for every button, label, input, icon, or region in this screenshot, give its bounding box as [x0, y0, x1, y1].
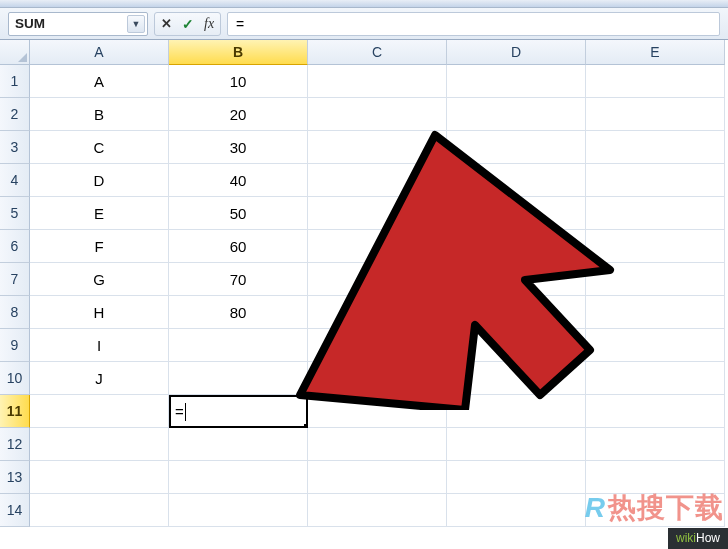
cell-E9[interactable]: [586, 329, 725, 362]
cell-B9[interactable]: [169, 329, 308, 362]
cell-B8[interactable]: 80: [169, 296, 308, 329]
cell-B4[interactable]: 40: [169, 164, 308, 197]
cell-A5[interactable]: E: [30, 197, 169, 230]
row-header-12[interactable]: 12: [0, 428, 30, 461]
cell-E2[interactable]: [586, 98, 725, 131]
cell-D14[interactable]: [447, 494, 586, 527]
row-header-6[interactable]: 6: [0, 230, 30, 263]
cell-C2[interactable]: [308, 98, 447, 131]
cell-D9[interactable]: [447, 329, 586, 362]
fx-icon[interactable]: fx: [204, 17, 214, 31]
cell-E11[interactable]: [586, 395, 725, 428]
cell-C11[interactable]: [308, 395, 447, 428]
col-header-B[interactable]: B: [169, 40, 308, 65]
row-header-9[interactable]: 9: [0, 329, 30, 362]
col-header-A[interactable]: A: [30, 40, 169, 65]
cell-E4[interactable]: [586, 164, 725, 197]
cell-A13[interactable]: [30, 461, 169, 494]
name-box[interactable]: SUM ▼: [8, 12, 148, 36]
row: 7G70: [0, 263, 728, 296]
cell-D4[interactable]: [447, 164, 586, 197]
cell-B10[interactable]: [169, 362, 308, 395]
cell-D11[interactable]: [447, 395, 586, 428]
cell-A3[interactable]: C: [30, 131, 169, 164]
cell-C14[interactable]: [308, 494, 447, 527]
cell-C9[interactable]: [308, 329, 447, 362]
row-header-10[interactable]: 10: [0, 362, 30, 395]
name-box-value: SUM: [15, 16, 45, 31]
row-header-3[interactable]: 3: [0, 131, 30, 164]
cell-D13[interactable]: [447, 461, 586, 494]
cell-B6[interactable]: 60: [169, 230, 308, 263]
cell-D1[interactable]: [447, 65, 586, 98]
accept-formula-icon[interactable]: ✓: [182, 17, 194, 31]
cell-A6[interactable]: F: [30, 230, 169, 263]
cell-E7[interactable]: [586, 263, 725, 296]
cell-B7[interactable]: 70: [169, 263, 308, 296]
cell-E12[interactable]: [586, 428, 725, 461]
watermark-r: R: [585, 492, 606, 524]
row-header-4[interactable]: 4: [0, 164, 30, 197]
cell-C5[interactable]: [308, 197, 447, 230]
cell-D6[interactable]: [447, 230, 586, 263]
cell-A1[interactable]: A: [30, 65, 169, 98]
cell-B12[interactable]: [169, 428, 308, 461]
row-header-7[interactable]: 7: [0, 263, 30, 296]
cell-D5[interactable]: [447, 197, 586, 230]
row-header-5[interactable]: 5: [0, 197, 30, 230]
cell-C3[interactable]: [308, 131, 447, 164]
cell-D12[interactable]: [447, 428, 586, 461]
cell-C7[interactable]: [308, 263, 447, 296]
name-box-dropdown-icon[interactable]: ▼: [127, 15, 145, 33]
cell-E8[interactable]: [586, 296, 725, 329]
cell-A7[interactable]: G: [30, 263, 169, 296]
cell-A8[interactable]: H: [30, 296, 169, 329]
cell-value: 80: [230, 304, 247, 321]
formula-input[interactable]: =: [227, 12, 720, 36]
cell-E10[interactable]: [586, 362, 725, 395]
col-header-D[interactable]: D: [447, 40, 586, 65]
cell-value: D: [94, 172, 105, 189]
cell-A2[interactable]: B: [30, 98, 169, 131]
cell-B3[interactable]: 30: [169, 131, 308, 164]
cell-C10[interactable]: [308, 362, 447, 395]
row-header-8[interactable]: 8: [0, 296, 30, 329]
cell-A12[interactable]: [30, 428, 169, 461]
cell-C13[interactable]: [308, 461, 447, 494]
cell-C12[interactable]: [308, 428, 447, 461]
cell-B14[interactable]: [169, 494, 308, 527]
cell-C8[interactable]: [308, 296, 447, 329]
cell-B11[interactable]: =: [169, 395, 308, 428]
cell-D2[interactable]: [447, 98, 586, 131]
select-all-corner[interactable]: [0, 40, 30, 65]
row-header-13[interactable]: 13: [0, 461, 30, 494]
cell-E3[interactable]: [586, 131, 725, 164]
cell-A10[interactable]: J: [30, 362, 169, 395]
cell-D3[interactable]: [447, 131, 586, 164]
cell-B5[interactable]: 50: [169, 197, 308, 230]
cell-D10[interactable]: [447, 362, 586, 395]
cell-value: H: [94, 304, 105, 321]
cell-A11[interactable]: [30, 395, 169, 428]
cell-A14[interactable]: [30, 494, 169, 527]
cell-C1[interactable]: [308, 65, 447, 98]
cell-C4[interactable]: [308, 164, 447, 197]
row-header-1[interactable]: 1: [0, 65, 30, 98]
cell-E6[interactable]: [586, 230, 725, 263]
cell-B1[interactable]: 10: [169, 65, 308, 98]
cell-D7[interactable]: [447, 263, 586, 296]
cell-C6[interactable]: [308, 230, 447, 263]
col-header-E[interactable]: E: [586, 40, 725, 65]
row-header-2[interactable]: 2: [0, 98, 30, 131]
cell-A4[interactable]: D: [30, 164, 169, 197]
cell-D8[interactable]: [447, 296, 586, 329]
cell-E5[interactable]: [586, 197, 725, 230]
row-header-11[interactable]: 11: [0, 395, 30, 428]
cell-E1[interactable]: [586, 65, 725, 98]
col-header-C[interactable]: C: [308, 40, 447, 65]
cell-B13[interactable]: [169, 461, 308, 494]
cell-A9[interactable]: I: [30, 329, 169, 362]
row-header-14[interactable]: 14: [0, 494, 30, 527]
cancel-formula-icon[interactable]: ✕: [161, 17, 172, 30]
cell-B2[interactable]: 20: [169, 98, 308, 131]
